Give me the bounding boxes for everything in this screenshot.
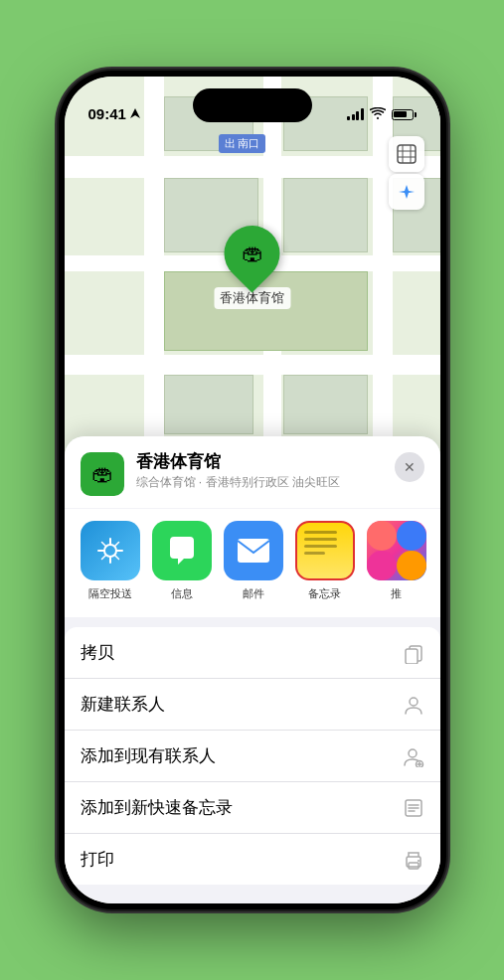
more-icon <box>367 521 426 580</box>
svg-point-9 <box>410 698 418 706</box>
exit-prefix: 出 <box>225 136 236 151</box>
share-item-airdrop[interactable]: 隔空投送 <box>81 521 140 601</box>
place-description: 综合体育馆 · 香港特别行政区 油尖旺区 <box>136 474 383 491</box>
location-arrow-icon <box>130 108 140 120</box>
place-name: 香港体育馆 <box>136 452 383 472</box>
place-info: 香港体育馆 综合体育馆 · 香港特别行政区 油尖旺区 <box>136 452 383 491</box>
action-copy-label: 拷贝 <box>81 641 114 664</box>
messages-icon-wrap <box>152 521 212 580</box>
svg-rect-8 <box>406 649 418 664</box>
action-list: 拷贝 新建联系人 添加到现有联系人 <box>65 627 440 885</box>
wifi-icon <box>370 106 386 122</box>
new-contact-icon <box>403 694 424 716</box>
action-add-quick-note-label: 添加到新快速备忘录 <box>81 796 233 819</box>
action-new-contact-label: 新建联系人 <box>81 693 165 716</box>
stadium-icon: 🏟 <box>242 241 263 266</box>
more-icon-wrap <box>367 521 426 580</box>
svg-point-4 <box>397 521 426 551</box>
svg-point-6 <box>397 551 426 580</box>
place-icon: 🏟 <box>81 452 124 496</box>
status-time: 09:41 <box>88 105 140 122</box>
more-label: 推 <box>391 586 402 601</box>
stadium-pin: 🏟 <box>213 214 291 292</box>
action-add-existing-contact[interactable]: 添加到现有联系人 <box>65 731 440 782</box>
share-item-notes[interactable]: 备忘录 <box>295 521 355 601</box>
print-icon <box>403 849 424 871</box>
signal-icon <box>347 108 364 120</box>
share-item-mail[interactable]: 邮件 <box>224 521 283 601</box>
messages-label: 信息 <box>171 586 193 601</box>
airdrop-label: 隔空投送 <box>88 586 132 601</box>
notes-label: 备忘录 <box>308 586 341 601</box>
action-print-label: 打印 <box>81 848 114 871</box>
time-display: 09:41 <box>88 105 126 122</box>
share-item-more[interactable]: 推 <box>367 521 426 601</box>
bottom-sheet: 🏟 香港体育馆 综合体育馆 · 香港特别行政区 油尖旺区 ✕ <box>65 436 440 903</box>
action-add-existing-label: 添加到现有联系人 <box>81 744 216 767</box>
status-icons <box>347 106 417 122</box>
exit-name: 南口 <box>238 136 259 151</box>
share-item-messages[interactable]: 信息 <box>152 521 212 601</box>
action-copy[interactable]: 拷贝 <box>65 627 440 679</box>
map-controls <box>389 136 424 210</box>
mail-icon-wrap <box>224 521 283 580</box>
svg-point-5 <box>367 551 397 580</box>
mail-label: 邮件 <box>243 586 264 601</box>
svg-point-15 <box>418 860 420 862</box>
svg-rect-14 <box>409 863 419 869</box>
airdrop-icon-wrap <box>81 521 140 580</box>
action-add-quick-note[interactable]: 添加到新快速备忘录 <box>65 782 440 834</box>
map-exit-label: 出 南口 <box>219 134 265 153</box>
copy-icon <box>403 642 424 664</box>
phone-screen: 09:41 <box>65 77 440 903</box>
messages-icon <box>164 533 200 569</box>
airdrop-icon <box>94 535 126 567</box>
location-button[interactable] <box>389 174 424 210</box>
mail-icon <box>236 537 271 565</box>
add-existing-contact-icon <box>403 745 424 767</box>
map-area[interactable]: 出 南口 🏟 香港体育馆 <box>65 77 440 494</box>
dynamic-island <box>193 88 312 122</box>
notes-icon-wrap <box>295 521 355 580</box>
share-row: 隔空投送 信息 <box>65 509 440 617</box>
svg-rect-2 <box>238 539 269 563</box>
map-type-button[interactable] <box>389 136 424 172</box>
close-button[interactable]: ✕ <box>395 452 424 482</box>
battery-icon <box>392 109 417 120</box>
quick-note-icon <box>403 797 424 819</box>
svg-rect-0 <box>398 145 416 163</box>
stadium-marker: 🏟 香港体育馆 <box>214 226 290 309</box>
svg-point-10 <box>409 749 417 757</box>
svg-point-3 <box>367 521 397 551</box>
phone-frame: 09:41 <box>59 71 446 909</box>
place-header: 🏟 香港体育馆 综合体育馆 · 香港特别行政区 油尖旺区 ✕ <box>65 436 440 508</box>
action-new-contact[interactable]: 新建联系人 <box>65 679 440 731</box>
action-print[interactable]: 打印 <box>65 834 440 885</box>
